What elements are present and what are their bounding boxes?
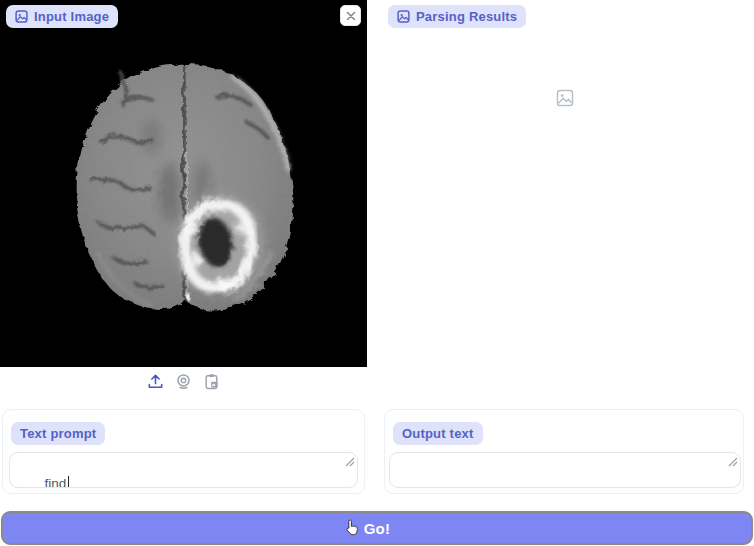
output-textarea[interactable] (389, 452, 741, 488)
prompt-text: find (45, 476, 67, 488)
tumor-lesion (176, 195, 262, 293)
image-icon (15, 10, 28, 23)
upload-icon (147, 373, 164, 390)
resize-handle[interactable] (315, 452, 355, 485)
resize-handle[interactable] (698, 452, 738, 485)
parsing-results-badge: Parsing Results (388, 5, 526, 28)
output-text-badge: Output text (393, 422, 483, 445)
image-source-toolbar (0, 372, 367, 392)
app-window: Input Image (0, 0, 754, 546)
close-icon (346, 11, 356, 21)
input-image-badge-label: Input Image (34, 10, 109, 23)
webcam-button[interactable] (174, 372, 194, 392)
input-image-badge: Input Image (6, 5, 118, 28)
parsing-results-badge-label: Parsing Results (416, 10, 517, 23)
image-placeholder-icon (556, 89, 574, 111)
prompt-textarea[interactable]: find (9, 452, 358, 488)
go-button[interactable]: Go! (1, 511, 753, 545)
output-text-panel: Output text (384, 409, 744, 494)
upload-button[interactable] (146, 372, 166, 392)
parsing-results-panel: Parsing Results (383, 0, 754, 367)
go-button-label: Go! (364, 520, 391, 537)
clipboard-image-icon (203, 373, 220, 390)
close-button[interactable] (340, 5, 361, 26)
image-icon (397, 10, 410, 23)
text-prompt-badge-label: Text prompt (20, 427, 96, 440)
text-prompt-badge: Text prompt (11, 422, 105, 445)
webcam-icon (175, 373, 192, 390)
brain-mri-image (0, 0, 367, 367)
output-text-badge-label: Output text (402, 427, 474, 440)
text-prompt-panel: Text prompt find (2, 409, 365, 494)
input-image-area[interactable]: Input Image (0, 0, 367, 367)
paste-clipboard-button[interactable] (202, 372, 222, 392)
text-caret (68, 476, 69, 488)
